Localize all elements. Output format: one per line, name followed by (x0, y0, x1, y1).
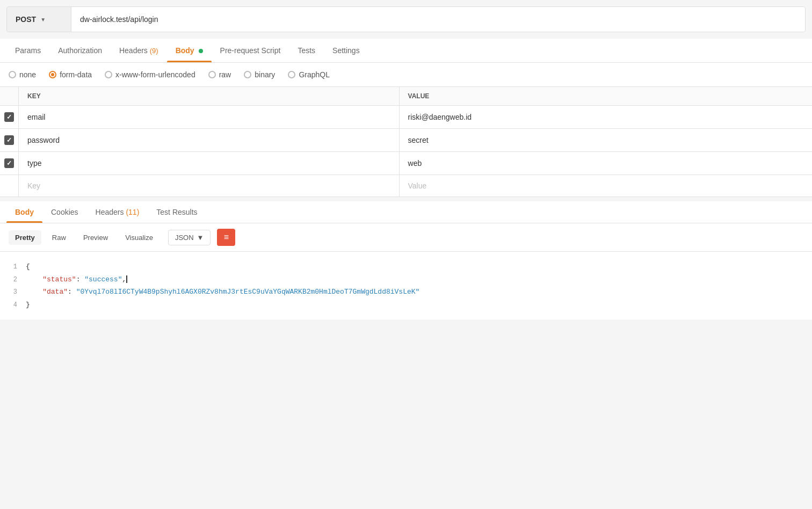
radio-binary (244, 71, 251, 78)
method-selector[interactable]: POST ▼ (7, 7, 71, 32)
viewer-raw[interactable]: Raw (46, 230, 73, 245)
table-row: email riski@daengweb.id (0, 106, 812, 129)
code-line-2: 2 "status": "success", (4, 273, 808, 286)
row1-key[interactable]: email (19, 106, 400, 129)
body-type-raw[interactable]: raw (208, 70, 231, 79)
row1-checkbox-cell[interactable] (0, 106, 19, 129)
response-tab-test-results[interactable]: Test Results (148, 201, 206, 223)
row3-value[interactable]: web (399, 152, 812, 175)
wrap-button[interactable]: ≡ (217, 229, 235, 246)
line-number: 3 (4, 287, 26, 299)
response-body-code: 1 { 2 "status": "success", 3 "data": "0Y… (0, 252, 812, 319)
code-line-3: 3 "data": "0Yvql7o8lI6CTyW4B9pShyhl6AGX0… (4, 286, 808, 299)
empty-value-cell[interactable]: Value (399, 175, 812, 197)
empty-key-cell[interactable]: Key (19, 175, 400, 197)
tab-authorization[interactable]: Authorization (49, 39, 111, 62)
row2-value[interactable]: secret (399, 129, 812, 152)
response-tab-cookies[interactable]: Cookies (42, 201, 87, 223)
tab-headers[interactable]: Headers (9) (111, 39, 167, 62)
code-line-1: 1 { (4, 260, 808, 273)
table-row-empty: Key Value (0, 175, 812, 197)
line-number: 2 (4, 274, 26, 286)
body-type-form-data[interactable]: form-data (49, 70, 92, 79)
row1-value[interactable]: riski@daengweb.id (399, 106, 812, 129)
tab-settings[interactable]: Settings (324, 39, 368, 62)
response-tab-body[interactable]: Body (6, 201, 42, 223)
chevron-down-icon: ▼ (197, 234, 204, 242)
table-checkbox-header (0, 87, 19, 106)
radio-urlencoded (105, 71, 112, 78)
tab-params[interactable]: Params (6, 39, 49, 62)
row2-checkbox-cell[interactable] (0, 129, 19, 152)
method-label: POST (16, 15, 36, 24)
wrap-icon: ≡ (224, 232, 229, 242)
viewer-pretty[interactable]: Pretty (9, 230, 41, 245)
response-tabs: Body Cookies Headers (11) Test Results (0, 201, 812, 223)
tab-body[interactable]: Body (167, 39, 212, 62)
body-type-graphql[interactable]: GraphQL (288, 70, 330, 79)
code-line-4: 4 } (4, 299, 808, 311)
body-type-urlencoded[interactable]: x-www-form-urlencoded (105, 70, 195, 79)
body-dot-indicator (199, 49, 203, 53)
body-type-none[interactable]: none (9, 70, 36, 79)
text-cursor (126, 275, 127, 283)
body-type-selector: none form-data x-www-form-urlencoded raw… (0, 63, 812, 87)
language-selector[interactable]: JSON ▼ (168, 230, 211, 245)
row3-checkbox[interactable] (4, 158, 14, 168)
table-value-header: VALUE (399, 87, 812, 106)
chevron-down-icon: ▼ (40, 17, 46, 23)
radio-form-data (49, 71, 56, 78)
table-row: password secret (0, 129, 812, 152)
line-number: 4 (4, 300, 26, 311)
row2-checkbox[interactable] (4, 135, 14, 145)
viewer-toolbar: Pretty Raw Preview Visualize JSON ▼ ≡ (0, 223, 812, 252)
radio-none (9, 71, 16, 78)
response-tab-headers[interactable]: Headers (11) (87, 201, 148, 223)
table-row: type web (0, 152, 812, 175)
row2-key[interactable]: password (19, 129, 400, 152)
empty-checkbox-cell (0, 175, 19, 197)
table-key-header: KEY (19, 87, 400, 106)
viewer-preview[interactable]: Preview (77, 230, 114, 245)
viewer-visualize[interactable]: Visualize (119, 230, 160, 245)
row3-key[interactable]: type (19, 152, 400, 175)
tab-prerequest[interactable]: Pre-request Script (212, 39, 289, 62)
row3-checkbox-cell[interactable] (0, 152, 19, 175)
form-data-table: KEY VALUE email riski@daengweb.id passwo… (0, 87, 812, 197)
radio-graphql (288, 71, 295, 78)
tab-tests[interactable]: Tests (289, 39, 324, 62)
request-bar: POST ▼ (6, 6, 806, 32)
line-number: 1 (4, 261, 26, 273)
row1-checkbox[interactable] (4, 112, 14, 122)
body-type-binary[interactable]: binary (244, 70, 275, 79)
url-input[interactable] (71, 7, 805, 32)
radio-raw (208, 71, 216, 78)
request-tabs: Params Authorization Headers (9) Body Pr… (0, 39, 812, 63)
